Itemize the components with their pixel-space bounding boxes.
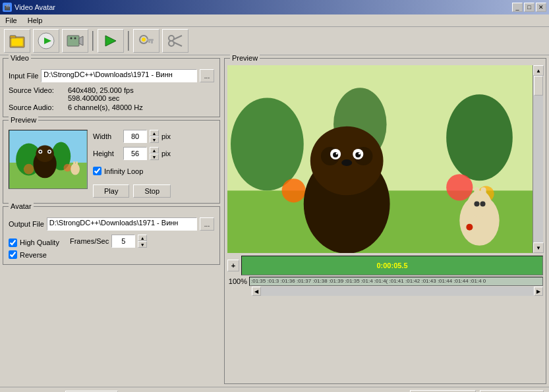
avatar-group: Avatar Output File D:\StrongDC++\Downloa… [3,206,220,265]
width-down-button[interactable]: ▼ [150,136,159,143]
scroll-thumb[interactable] [534,76,543,96]
window-title: Video Avatar [14,3,55,11]
title-bar: 🎬 Video Avatar _ □ ✕ [0,0,549,14]
svg-rect-5 [67,36,79,46]
toolbar-play-button[interactable] [33,29,59,53]
svg-rect-1 [10,36,16,38]
h-scroll-track [261,287,534,296]
reverse-checkbox[interactable] [9,250,17,259]
height-down-button[interactable]: ▼ [150,154,159,160]
svg-point-16 [169,41,174,46]
infinity-loop-label: Infinity Loop [104,167,143,175]
source-audio-value: 6 channel(s), 48000 Hz [68,103,143,111]
svg-point-15 [169,36,174,41]
scroll-up-button[interactable]: ▲ [533,65,544,76]
high-quality-label: High Quality [20,238,59,246]
preview-left-group: Preview [3,120,220,204]
output-file-browse-button[interactable]: ... [200,217,214,231]
width-pix-label: pix [161,132,171,140]
svg-marker-6 [79,36,83,45]
width-input[interactable] [123,130,147,143]
toolbar-open-button[interactable] [4,29,30,53]
svg-point-62 [466,224,473,231]
window-controls: _ □ ✕ [512,3,546,12]
scroll-left-button[interactable]: ◀ [252,287,261,296]
toolbar-play2-button[interactable] [98,29,124,53]
toolbar-separator-1 [92,31,94,51]
input-file-label: Input File [9,72,38,80]
toolbar-key-button[interactable] [133,29,159,53]
menu-bar: File Help [0,14,549,27]
svg-line-17 [173,36,182,40]
width-up-button[interactable]: ▲ [150,130,159,136]
svg-marker-9 [105,36,116,46]
svg-point-7 [71,38,72,40]
horizontal-scrollbar: ◀ ▶ [227,287,543,296]
maximize-button[interactable]: □ [524,3,535,12]
minimize-button[interactable]: _ [512,3,523,12]
input-file-browse-button[interactable]: ... [200,69,214,82]
input-file-field[interactable]: D:\StrongDC++\Downloads\1971 - Винн [41,69,197,82]
vertical-scrollbar: ▲ ▼ [533,65,543,253]
timeline-track[interactable]: 0:00:05.5 [241,256,543,275]
frames-sec-up-button[interactable]: ▲ [138,235,147,241]
svg-rect-14 [148,41,150,43]
svg-line-18 [173,42,182,46]
reverse-label: Reverse [20,251,47,259]
scroll-down-button[interactable]: ▼ [533,242,544,253]
timeline-bar: 0:00:05.5 [242,256,542,275]
svg-point-31 [40,151,42,153]
scroll-track [533,76,543,242]
stop-button[interactable]: Stop [133,184,171,198]
preview-thumbnail [9,130,88,189]
timeline-ruler: :01:35 :01:3 :01:36 :01:37 :01:38 :01:39… [249,277,543,286]
svg-point-41 [282,179,306,202]
source-video-value: 640x480, 25.000 fps [68,86,134,94]
width-spinner: ▲ ▼ [150,130,159,143]
svg-point-38 [446,94,513,181]
timeline-time: 0:00:05.5 [376,262,407,269]
svg-point-11 [142,38,146,42]
toolbar-scissors-button[interactable] [162,29,188,53]
infinity-loop-checkbox[interactable] [93,167,101,175]
svg-point-25 [24,164,34,175]
scroll-right-button[interactable]: ▶ [534,287,543,296]
svg-point-37 [231,98,304,190]
video-group-title: Video [9,54,31,62]
menu-file[interactable]: File [3,16,20,25]
high-quality-checkbox[interactable] [9,238,17,247]
frames-sec-label: Frames/Sec [70,237,109,245]
svg-point-28 [36,145,53,161]
main-content: Video Input File D:\StrongDC++\Downloads… [0,55,549,387]
play-button[interactable]: Play [93,184,129,198]
avatar-group-title: Avatar [9,202,34,210]
height-input[interactable] [123,147,147,160]
height-pix-label: pix [161,150,171,157]
svg-rect-13 [151,41,153,43]
source-audio-label: Source Audio: [9,103,68,111]
preview-right-group-title: Preview [230,54,260,62]
frames-sec-input[interactable] [111,235,135,248]
output-file-field[interactable]: D:\StrongDC++\Downloads\1971 - Винн [47,217,197,231]
zoom-label: 100% [227,277,247,285]
source-video-label: Source Video: [9,86,68,102]
svg-point-42 [446,174,473,200]
menu-help[interactable]: Help [25,16,45,25]
svg-rect-12 [147,39,154,41]
svg-point-8 [74,38,76,40]
svg-point-54 [359,152,361,154]
height-up-button[interactable]: ▲ [150,147,159,154]
output-file-label: Output File [9,220,44,228]
video-group: Video Input File D:\StrongDC++\Downloads… [3,58,220,117]
width-label: Width [93,132,121,140]
svg-point-32 [48,151,50,153]
frames-sec-down-button[interactable]: ▼ [138,241,147,248]
svg-rect-35 [76,161,78,168]
svg-rect-34 [73,161,75,168]
video-preview [227,65,533,253]
svg-point-26 [63,164,71,172]
toolbar-video-button[interactable] [62,29,88,53]
zoom-plus-button[interactable]: + [227,260,239,271]
window-icon: 🎬 [3,3,12,12]
close-button[interactable]: ✕ [536,3,546,12]
